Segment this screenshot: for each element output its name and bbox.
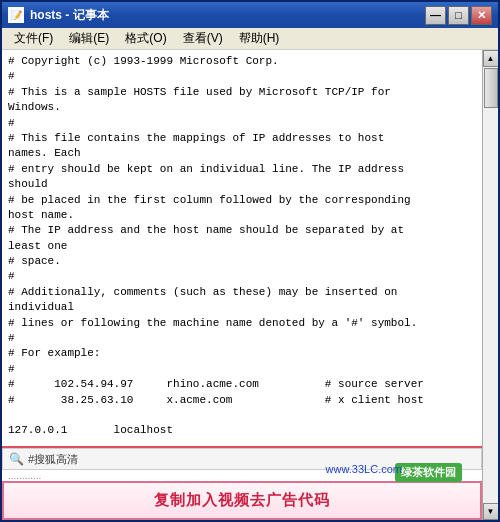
ad-search-text: #搜狐高清: [28, 452, 78, 467]
ad-main-text: 复制加入视频去广告代码: [14, 491, 470, 510]
ad-banner[interactable]: 复制加入视频去广告代码: [2, 481, 482, 520]
scrollbar[interactable]: ▲ ▼: [482, 50, 498, 520]
app-icon: 📝: [8, 7, 24, 23]
menu-bar: 文件(F) 编辑(E) 格式(O) 查看(V) 帮助(H): [2, 28, 498, 50]
menu-format[interactable]: 格式(O): [117, 28, 174, 49]
notepad-window: 📝 hosts - 记事本 — □ ✕ 文件(F) 编辑(E) 格式(O) 查看…: [0, 0, 500, 522]
window-controls: — □ ✕: [425, 6, 492, 25]
menu-file[interactable]: 文件(F): [6, 28, 61, 49]
title-bar: 📝 hosts - 记事本 — □ ✕: [2, 2, 498, 28]
menu-view[interactable]: 查看(V): [175, 28, 231, 49]
scroll-up-button[interactable]: ▲: [483, 50, 499, 67]
menu-edit[interactable]: 编辑(E): [61, 28, 117, 49]
menu-help[interactable]: 帮助(H): [231, 28, 288, 49]
search-icon: 🔍: [9, 452, 24, 466]
url-display: www.33LC.com: [326, 463, 402, 475]
content-area: # Copyright (c) 1993-1999 Microsoft Corp…: [2, 50, 498, 520]
maximize-button[interactable]: □: [448, 6, 469, 25]
scroll-thumb[interactable]: [484, 68, 498, 108]
green-logo: 绿茶软件园: [395, 463, 462, 482]
window-title: hosts - 记事本: [30, 7, 109, 24]
scroll-down-button[interactable]: ▼: [483, 503, 499, 520]
title-bar-left: 📝 hosts - 记事本: [8, 7, 109, 24]
ad-overlay: 🔍 #搜狐高清 ............ 复制加入视频去广告代码 绿茶软件园 w…: [2, 446, 482, 520]
minimize-button[interactable]: —: [425, 6, 446, 25]
close-button[interactable]: ✕: [471, 6, 492, 25]
